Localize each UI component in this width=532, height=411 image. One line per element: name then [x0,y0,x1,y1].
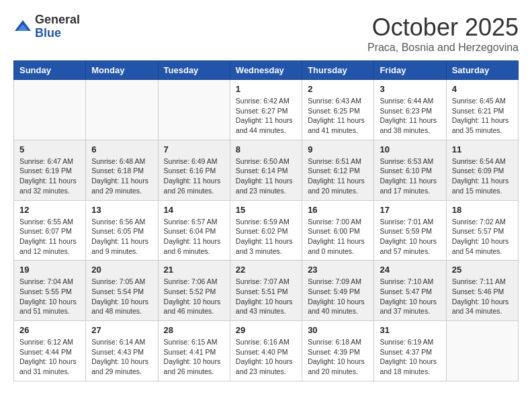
day-info: Sunrise: 7:07 AM Sunset: 5:51 PM Dayligh… [236,277,296,316]
day-number: 31 [380,325,440,335]
day-info: Sunrise: 6:53 AM Sunset: 6:10 PM Dayligh… [380,156,440,196]
day-info: Sunrise: 6:56 AM Sunset: 6:05 PM Dayligh… [91,217,152,257]
day-info: Sunrise: 6:44 AM Sunset: 6:23 PM Dayligh… [380,96,440,136]
day-info: Sunrise: 6:19 AM Sunset: 4:37 PM Dayligh… [380,337,440,377]
day-info: Sunrise: 6:16 AM Sunset: 4:40 PM Dayligh… [236,337,296,377]
day-number: 13 [91,205,152,215]
day-info: Sunrise: 7:01 AM Sunset: 5:59 PM Dayligh… [380,217,440,257]
location-subtitle: Praca, Bosnia and Herzegovina [367,42,519,54]
calendar-cell: 9Sunrise: 6:51 AM Sunset: 6:12 PM Daylig… [302,140,374,200]
day-info: Sunrise: 6:47 AM Sunset: 6:19 PM Dayligh… [19,156,80,196]
calendar-cell: 17Sunrise: 7:01 AM Sunset: 5:59 PM Dayli… [374,200,446,261]
calendar-cell: 27Sunrise: 6:14 AM Sunset: 4:43 PM Dayli… [86,321,158,381]
day-number: 11 [452,144,513,154]
day-header-sunday: Sunday [14,61,86,80]
calendar-cell: 16Sunrise: 7:00 AM Sunset: 6:00 PM Dayli… [302,200,374,261]
day-info: Sunrise: 6:57 AM Sunset: 6:04 PM Dayligh… [164,217,224,257]
calendar-cell: 31Sunrise: 6:19 AM Sunset: 4:37 PM Dayli… [374,321,446,381]
day-info: Sunrise: 6:48 AM Sunset: 6:18 PM Dayligh… [91,156,152,196]
calendar-cell [86,80,158,140]
calendar-cell: 28Sunrise: 6:15 AM Sunset: 4:41 PM Dayli… [158,321,230,381]
day-info: Sunrise: 7:00 AM Sunset: 6:00 PM Dayligh… [308,217,368,257]
calendar-cell: 1Sunrise: 6:42 AM Sunset: 6:27 PM Daylig… [230,80,302,140]
calendar-cell: 12Sunrise: 6:55 AM Sunset: 6:07 PM Dayli… [14,200,86,261]
day-number: 17 [380,205,440,215]
day-number: 21 [164,265,224,275]
day-number: 29 [236,325,296,335]
day-number: 3 [380,84,440,94]
day-info: Sunrise: 6:54 AM Sunset: 6:09 PM Dayligh… [452,156,513,196]
day-header-tuesday: Tuesday [158,61,230,80]
day-info: Sunrise: 7:04 AM Sunset: 5:55 PM Dayligh… [19,277,80,316]
day-info: Sunrise: 6:51 AM Sunset: 6:12 PM Dayligh… [308,156,368,196]
day-info: Sunrise: 7:02 AM Sunset: 5:57 PM Dayligh… [452,217,513,257]
calendar-table: SundayMondayTuesdayWednesdayThursdayFrid… [13,60,519,381]
day-info: Sunrise: 6:43 AM Sunset: 6:25 PM Dayligh… [308,96,368,136]
calendar-cell: 8Sunrise: 6:50 AM Sunset: 6:14 PM Daylig… [230,140,302,200]
day-number: 14 [164,205,224,215]
day-header-thursday: Thursday [302,61,374,80]
day-number: 23 [308,265,368,275]
calendar-cell: 6Sunrise: 6:48 AM Sunset: 6:18 PM Daylig… [86,140,158,200]
day-number: 19 [19,265,80,275]
day-number: 9 [308,144,368,154]
day-number: 1 [236,84,296,94]
title-section: October 2025 Praca, Bosnia and Herzegovi… [367,13,519,54]
day-number: 15 [236,205,296,215]
day-info: Sunrise: 7:09 AM Sunset: 5:49 PM Dayligh… [308,277,368,316]
calendar-cell: 21Sunrise: 7:06 AM Sunset: 5:52 PM Dayli… [158,261,230,321]
day-number: 22 [236,265,296,275]
calendar-cell [14,80,86,140]
day-info: Sunrise: 6:49 AM Sunset: 6:16 PM Dayligh… [164,156,224,196]
calendar-cell: 11Sunrise: 6:54 AM Sunset: 6:09 PM Dayli… [446,140,518,200]
day-number: 24 [380,265,440,275]
day-number: 28 [164,325,224,335]
calendar-cell: 4Sunrise: 6:45 AM Sunset: 6:21 PM Daylig… [446,80,518,140]
day-number: 5 [19,144,80,154]
calendar-cell: 18Sunrise: 7:02 AM Sunset: 5:57 PM Dayli… [446,200,518,261]
day-number: 16 [308,205,368,215]
calendar-cell: 14Sunrise: 6:57 AM Sunset: 6:04 PM Dayli… [158,200,230,261]
calendar-cell [446,321,518,381]
day-info: Sunrise: 6:55 AM Sunset: 6:07 PM Dayligh… [19,217,80,257]
calendar-cell [158,80,230,140]
logo-blue-text: Blue [35,27,80,40]
calendar-cell: 22Sunrise: 7:07 AM Sunset: 5:51 PM Dayli… [230,261,302,321]
calendar-week-row: 5Sunrise: 6:47 AM Sunset: 6:19 PM Daylig… [14,140,519,200]
day-number: 7 [164,144,224,154]
day-number: 25 [452,265,513,275]
calendar-cell: 3Sunrise: 6:44 AM Sunset: 6:23 PM Daylig… [374,80,446,140]
day-info: Sunrise: 6:50 AM Sunset: 6:14 PM Dayligh… [236,156,296,196]
calendar-cell: 13Sunrise: 6:56 AM Sunset: 6:05 PM Dayli… [86,200,158,261]
calendar-cell: 5Sunrise: 6:47 AM Sunset: 6:19 PM Daylig… [14,140,86,200]
day-number: 10 [380,144,440,154]
day-header-wednesday: Wednesday [230,61,302,80]
day-header-monday: Monday [86,61,158,80]
day-info: Sunrise: 6:15 AM Sunset: 4:41 PM Dayligh… [164,337,224,377]
day-info: Sunrise: 7:10 AM Sunset: 5:47 PM Dayligh… [380,277,440,316]
day-info: Sunrise: 6:12 AM Sunset: 4:44 PM Dayligh… [19,337,80,377]
day-info: Sunrise: 7:05 AM Sunset: 5:54 PM Dayligh… [91,277,152,316]
day-info: Sunrise: 6:18 AM Sunset: 4:39 PM Dayligh… [308,337,368,377]
logo-icon [13,17,32,36]
day-header-saturday: Saturday [446,61,518,80]
calendar-cell: 24Sunrise: 7:10 AM Sunset: 5:47 PM Dayli… [374,261,446,321]
day-info: Sunrise: 6:42 AM Sunset: 6:27 PM Dayligh… [236,96,296,136]
calendar-cell: 2Sunrise: 6:43 AM Sunset: 6:25 PM Daylig… [302,80,374,140]
calendar-week-row: 26Sunrise: 6:12 AM Sunset: 4:44 PM Dayli… [14,321,519,381]
logo-general-text: General [35,13,80,27]
calendar-cell: 19Sunrise: 7:04 AM Sunset: 5:55 PM Dayli… [14,261,86,321]
calendar-week-row: 1Sunrise: 6:42 AM Sunset: 6:27 PM Daylig… [14,80,519,140]
logo: General Blue [13,13,80,40]
calendar-week-row: 12Sunrise: 6:55 AM Sunset: 6:07 PM Dayli… [14,200,519,261]
page-header: General Blue October 2025 Praca, Bosnia … [13,13,519,54]
day-number: 18 [452,205,513,215]
calendar-cell: 10Sunrise: 6:53 AM Sunset: 6:10 PM Dayli… [374,140,446,200]
day-number: 20 [91,265,152,275]
day-number: 27 [91,325,152,335]
day-info: Sunrise: 6:59 AM Sunset: 6:02 PM Dayligh… [236,217,296,257]
calendar-cell: 20Sunrise: 7:05 AM Sunset: 5:54 PM Dayli… [86,261,158,321]
calendar-week-row: 19Sunrise: 7:04 AM Sunset: 5:55 PM Dayli… [14,261,519,321]
day-number: 26 [19,325,80,335]
day-info: Sunrise: 6:14 AM Sunset: 4:43 PM Dayligh… [91,337,152,377]
